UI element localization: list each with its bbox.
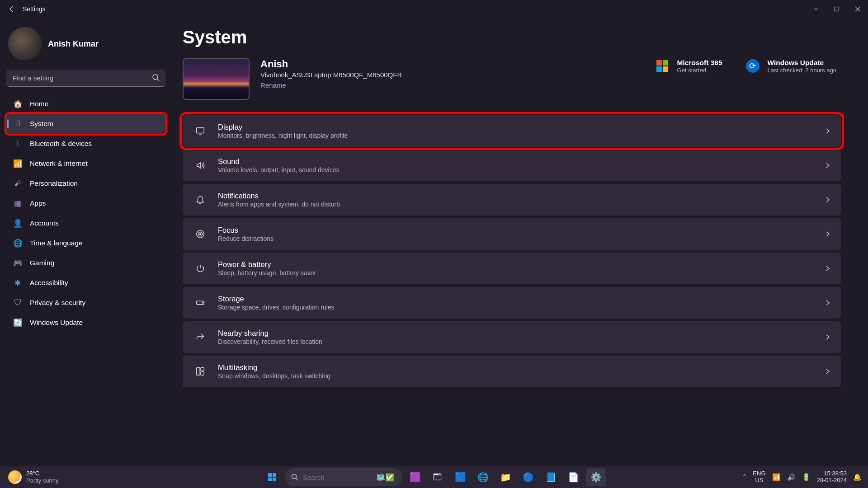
svg-rect-1 <box>835 7 839 11</box>
tray-clock[interactable]: 15:38:53 28-01-2024 <box>817 470 847 484</box>
sidebar-item-label: Privacy & security <box>30 299 85 307</box>
taskbar-edge[interactable]: 🌐 <box>473 468 493 486</box>
card-focus[interactable]: Focus Reduce distractions <box>183 218 841 250</box>
microsoft-icon <box>655 58 670 74</box>
card-title: Display <box>218 123 348 131</box>
bluetooth-icon: ᛒ <box>13 139 23 149</box>
sidebar-item-accessibility[interactable]: ✱Accessibility <box>6 273 165 293</box>
sidebar-item-label: Apps <box>30 199 46 207</box>
search-box[interactable] <box>6 70 165 87</box>
search-input[interactable] <box>6 70 165 87</box>
taskbar-explorer[interactable]: 📁 <box>495 468 515 486</box>
taskbar-search-input[interactable] <box>303 474 357 481</box>
start-button[interactable] <box>262 468 282 486</box>
accessibility-icon: ✱ <box>13 278 23 288</box>
sidebar-item-gaming[interactable]: 🎮Gaming <box>6 253 165 273</box>
taskbar-settings[interactable]: ⚙️ <box>586 468 606 486</box>
taskbar-search[interactable]: 🗺️✅ <box>285 468 402 486</box>
sidebar-item-accounts[interactable]: 👤Accounts <box>6 213 165 233</box>
system-icon: 🖥 <box>13 119 23 129</box>
notifications-icon[interactable]: 🔔 <box>853 473 862 481</box>
taskbar: 28°C Partly sunny 🗺️✅ 🟪 🗔 🟦 🌐 📁 🔵 📘 📄 ⚙️… <box>0 466 868 488</box>
battery-icon[interactable]: 🔋 <box>802 473 811 481</box>
sidebar-item-label: Home <box>30 100 48 108</box>
sidebar-item-time[interactable]: 🌐Time & language <box>6 233 165 253</box>
focus-icon <box>193 229 208 239</box>
card-title: Notifications <box>218 192 340 200</box>
card-title: Sound <box>218 157 340 166</box>
sidebar-item-system[interactable]: 🖥System <box>6 114 165 134</box>
sidebar-item-update[interactable]: 🔄Windows Update <box>6 313 165 333</box>
chevron-right-icon <box>825 128 831 134</box>
tray-language[interactable]: ENG US <box>753 470 765 484</box>
search-icon <box>291 474 298 481</box>
svg-point-8 <box>200 234 201 235</box>
taskbar-chrome[interactable]: 🔵 <box>518 468 538 486</box>
taskbar-notepad[interactable]: 📄 <box>563 468 583 486</box>
update-icon: ⟳ <box>745 58 760 74</box>
svg-rect-13 <box>201 372 204 375</box>
wifi-icon[interactable]: 📶 <box>772 473 781 481</box>
window-title: Settings <box>23 5 46 13</box>
apps-icon: ▦ <box>13 198 23 208</box>
user-profile[interactable]: Anish Kumar <box>6 23 165 70</box>
card-subtitle: Reduce distractions <box>218 235 274 242</box>
sidebar-item-network[interactable]: 📶Network & internet <box>6 154 165 174</box>
svg-line-19 <box>296 479 298 480</box>
card-storage[interactable]: Storage Storage space, drives, configura… <box>183 287 841 319</box>
card-sound[interactable]: Sound Volume levels, output, input, soun… <box>183 150 841 181</box>
card-subtitle: Alerts from apps and system, do not dist… <box>218 201 340 208</box>
maximize-button[interactable] <box>826 2 847 16</box>
card-title: Multitasking <box>218 363 330 372</box>
close-button[interactable] <box>847 2 868 16</box>
tray-overflow[interactable]: ˄ <box>743 473 746 481</box>
svg-rect-16 <box>268 478 272 481</box>
card-power[interactable]: Power & battery Sleep, battery usage, ba… <box>183 253 841 284</box>
user-name: Anish Kumar <box>48 39 99 49</box>
sidebar-item-apps[interactable]: ▦Apps <box>6 193 165 213</box>
card-title: Power & battery <box>218 260 316 269</box>
taskbar-weather[interactable]: 28°C Partly sunny <box>0 470 59 484</box>
card-notifications[interactable]: Notifications Alerts from apps and syste… <box>183 184 841 216</box>
sidebar-item-label: Gaming <box>30 259 54 267</box>
card-title: Storage <box>218 295 335 303</box>
time-icon: 🌐 <box>13 238 23 248</box>
sidebar-item-bluetooth[interactable]: ᛒBluetooth & devices <box>6 134 165 154</box>
taskbar-word[interactable]: 📘 <box>541 468 561 486</box>
sidebar-item-privacy[interactable]: 🛡Privacy & security <box>6 293 165 313</box>
card-multitask[interactable]: Multitasking Snap windows, desktops, tas… <box>183 356 841 387</box>
sidebar-item-label: Accounts <box>30 219 59 227</box>
sidebar-item-label: Bluetooth & devices <box>30 140 92 148</box>
chevron-right-icon <box>825 300 831 306</box>
search-icon <box>152 74 160 82</box>
taskbar-taskview[interactable]: 🗔 <box>428 468 448 486</box>
weather-icon <box>8 470 22 484</box>
card-subtitle: Storage space, drives, configuration rul… <box>218 304 335 311</box>
quicklink-windows-update[interactable]: ⟳ Windows Update Last checked: 2 hours a… <box>745 58 837 74</box>
card-sharing[interactable]: Nearby sharing Discoverability, received… <box>183 321 841 353</box>
svg-rect-12 <box>201 368 204 371</box>
svg-rect-4 <box>197 128 204 133</box>
search-highlights-icon: 🗺️✅ <box>376 473 394 482</box>
volume-icon[interactable]: 🔊 <box>787 473 796 481</box>
taskbar-copilot[interactable]: 🟪 <box>405 468 425 486</box>
main-content: System Anish Vivobook_ASUSLaptop M6500QF… <box>172 18 868 466</box>
sidebar-item-label: Time & language <box>30 239 83 247</box>
quicklink-microsoft365[interactable]: Microsoft 365 Get started <box>655 58 722 74</box>
rename-link[interactable]: Rename <box>260 81 401 89</box>
card-subtitle: Sleep, battery usage, battery saver <box>218 269 316 277</box>
svg-point-10 <box>203 302 203 303</box>
sidebar-item-label: System <box>30 120 53 128</box>
taskbar-app-1[interactable]: 🟦 <box>450 468 470 486</box>
card-subtitle: Discoverability, received files location <box>218 338 322 345</box>
minimize-button[interactable] <box>806 2 826 16</box>
svg-rect-14 <box>268 473 272 477</box>
chevron-right-icon <box>825 197 831 203</box>
sidebar-item-home[interactable]: 🏠Home <box>6 94 165 114</box>
card-display[interactable]: Display Monitors, brightness, night ligh… <box>183 115 841 147</box>
device-model: Vivobook_ASUSLaptop M6500QF_M6500QFB <box>260 71 401 79</box>
sidebar-item-personalization[interactable]: 🖌Personalization <box>6 174 165 193</box>
back-button[interactable] <box>5 2 19 16</box>
card-subtitle: Volume levels, output, input, sound devi… <box>218 166 340 174</box>
power-icon <box>193 263 208 273</box>
